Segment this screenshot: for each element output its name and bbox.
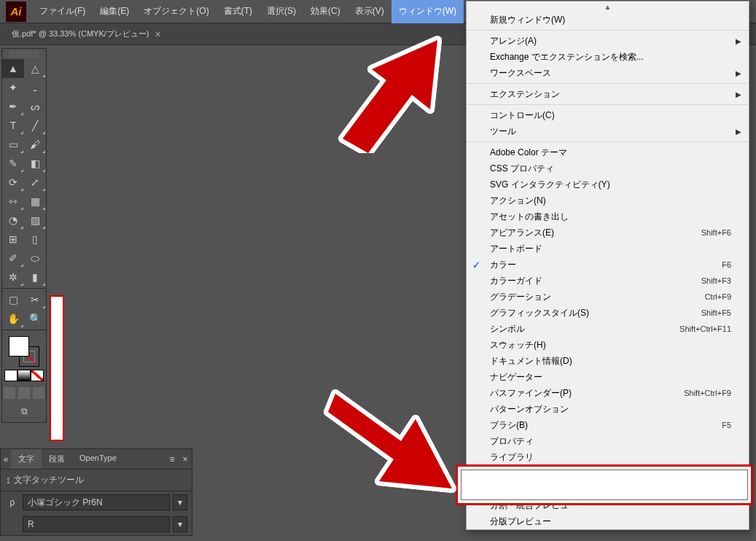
menu-item[interactable]: 分版プレビュー xyxy=(467,513,749,529)
menu-item[interactable]: パスファインダー(P)Shift+Ctrl+F9 xyxy=(467,385,749,401)
rotate-tool[interactable]: ⟳ xyxy=(2,173,24,192)
menu-item[interactable]: リンク(I)✓ xyxy=(467,481,749,497)
menu-edit[interactable]: 編集(E) xyxy=(93,0,136,23)
menu-item[interactable]: グラフィックスタイル(S)Shift+F5 xyxy=(467,305,749,321)
fill-stroke-swatch[interactable] xyxy=(9,336,39,367)
menu-item[interactable]: ラーニング xyxy=(467,465,749,481)
curvature-tool[interactable]: ᔕ xyxy=(24,97,46,116)
menu-item-label: ラーニング xyxy=(490,467,534,480)
eraser-tool[interactable]: ◧ xyxy=(24,154,46,173)
menu-item[interactable]: SVG インタラクティビティ(Y) xyxy=(467,176,749,192)
mesh-tool[interactable]: ⊞ xyxy=(2,230,24,249)
menu-type[interactable]: 書式(T) xyxy=(217,0,260,23)
draw-inside[interactable] xyxy=(33,387,44,399)
menu-item[interactable]: ブラシ(B)F5 xyxy=(467,417,749,433)
menu-item[interactable]: 分割・統合プレビュー xyxy=(467,497,749,513)
menu-view[interactable]: 表示(V) xyxy=(348,0,391,23)
zoom-tool[interactable]: 🔍 xyxy=(24,309,46,328)
menu-file[interactable]: ファイル(F) xyxy=(32,0,93,23)
menu-item[interactable]: CSS プロパティ xyxy=(467,160,749,176)
menu-effect[interactable]: 効果(C) xyxy=(303,0,348,23)
menu-item[interactable]: アクション(N) xyxy=(467,192,749,209)
selection-tool[interactable]: ▲ xyxy=(2,59,24,78)
font-family-dropdown[interactable]: ▾ xyxy=(173,494,187,510)
menu-item-label: 分版プレビュー xyxy=(490,515,551,528)
fill-swatch[interactable] xyxy=(9,336,29,357)
menu-window[interactable]: ウィンドウ(W) xyxy=(391,0,464,23)
tab-paragraph[interactable]: 段落 xyxy=(42,449,72,469)
menu-item[interactable]: Exchange でエクステンションを検索... xyxy=(467,49,749,65)
menu-item-label: Adobe Color テーマ xyxy=(490,147,567,159)
document-tab[interactable]: 仮.pdf* @ 33.33% (CMYK/プレビュー) × xyxy=(6,23,167,45)
search-icon: ρ xyxy=(5,497,20,507)
collapse-icon[interactable]: « xyxy=(1,454,11,464)
magic-wand-tool[interactable]: ✦ xyxy=(2,78,24,97)
menu-item[interactable]: ナビゲーター xyxy=(467,369,749,385)
scale-tool[interactable]: ⤢ xyxy=(24,173,46,192)
screen-mode[interactable]: ⧉ xyxy=(13,403,35,419)
shape-builder-tool[interactable]: ◔ xyxy=(2,211,24,230)
color-mode[interactable] xyxy=(4,370,17,381)
column-graph-tool[interactable]: ▮ xyxy=(24,268,46,287)
submenu-arrow-icon: ▶ xyxy=(736,90,741,98)
menu-item-label: アセットの書き出し xyxy=(490,211,569,223)
menu-item[interactable]: アピアランス(E)Shift+F6 xyxy=(467,225,749,241)
scroll-up-arrow[interactable]: ▲ xyxy=(467,1,749,12)
width-tool[interactable]: ⇿ xyxy=(2,192,24,211)
menu-select[interactable]: 選択(S) xyxy=(260,0,303,23)
menu-item[interactable]: カラーガイドShift+F3 xyxy=(467,273,749,289)
tab-character[interactable]: 文字 xyxy=(11,449,42,469)
touch-type-tool[interactable]: ⟟ 文字タッチツール xyxy=(1,470,192,491)
menu-item[interactable]: Adobe Color テーマ xyxy=(467,144,749,160)
panel-grip[interactable] xyxy=(9,50,39,58)
menu-item[interactable]: プロパティ xyxy=(467,433,749,449)
menu-item[interactable]: アートボード xyxy=(467,241,749,257)
font-style-dropdown[interactable]: ▾ xyxy=(173,516,187,532)
menu-item[interactable]: 新規ウィンドウ(W) xyxy=(467,12,749,28)
menu-item[interactable]: ワークスペース▶ xyxy=(467,65,749,81)
direct-selection-tool[interactable]: △ xyxy=(24,59,46,78)
line-tool[interactable]: ╱ xyxy=(24,116,46,135)
gradient-mode[interactable] xyxy=(17,370,31,381)
shaper-tool[interactable]: ✎ xyxy=(2,154,24,173)
slice-tool[interactable]: ✂ xyxy=(24,290,46,309)
menu-item[interactable]: ツール▶ xyxy=(467,123,749,139)
menu-item[interactable]: スウォッチ(H) xyxy=(467,337,749,353)
eyedropper-tool[interactable]: ✐ xyxy=(2,249,24,268)
artboard-tool[interactable]: ▢ xyxy=(2,290,24,309)
free-transform-tool[interactable]: ▦ xyxy=(24,192,46,211)
pen-tool[interactable]: ✒ xyxy=(2,97,24,116)
gradient-tool[interactable]: ▯ xyxy=(24,230,46,249)
menu-item[interactable]: シンボルShift+Ctrl+F11 xyxy=(467,321,749,337)
document-tab-title: 仮.pdf* @ 33.33% (CMYK/プレビュー) xyxy=(12,28,149,39)
tab-opentype[interactable]: OpenType xyxy=(72,449,124,469)
close-icon[interactable]: × xyxy=(155,28,160,40)
draw-behind[interactable] xyxy=(18,387,30,399)
rectangle-tool[interactable]: ▭ xyxy=(2,135,24,154)
lasso-tool[interactable]: ـ xyxy=(24,78,46,97)
menu-item[interactable]: ライブラリ xyxy=(467,449,749,465)
menu-item[interactable]: カラー✓F6 xyxy=(467,257,749,273)
menu-item[interactable]: コントロール(C) xyxy=(467,107,749,123)
shortcut-label: Shift+F5 xyxy=(701,308,731,317)
symbol-sprayer-tool[interactable]: ✲ xyxy=(2,268,24,287)
menu-item[interactable]: ドキュメント情報(D) xyxy=(467,353,749,369)
menu-item[interactable]: グラデーションCtrl+F9 xyxy=(467,289,749,305)
menu-object[interactable]: オブジェクト(O) xyxy=(136,0,216,23)
panel-close-icon[interactable]: × xyxy=(179,454,192,464)
none-mode[interactable] xyxy=(31,370,44,381)
menu-item[interactable]: パターンオプション xyxy=(467,401,749,417)
menu-separator xyxy=(467,104,749,105)
hand-tool[interactable]: ✋ xyxy=(2,309,24,328)
draw-normal[interactable] xyxy=(4,387,15,399)
font-family-field[interactable]: 小塚ゴシック Pr6N xyxy=(23,494,170,510)
blend-tool[interactable]: ⬭ xyxy=(24,249,46,268)
menu-item[interactable]: エクステンション▶ xyxy=(467,86,749,102)
panel-menu-icon[interactable]: ≡ xyxy=(165,454,179,464)
type-tool[interactable]: T xyxy=(2,116,24,135)
perspective-grid-tool[interactable]: ▨ xyxy=(24,211,46,230)
font-style-field[interactable]: R xyxy=(23,516,170,532)
menu-item[interactable]: アレンジ(A)▶ xyxy=(467,33,749,49)
menu-item[interactable]: アセットの書き出し xyxy=(467,209,749,225)
paintbrush-tool[interactable]: 🖌 xyxy=(24,135,46,154)
